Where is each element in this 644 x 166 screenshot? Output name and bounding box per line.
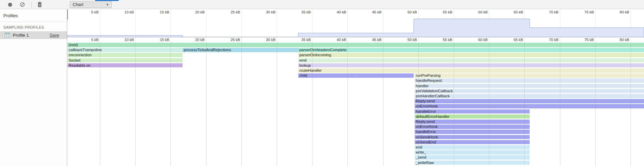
flame-block[interactable]: handleError — [415, 109, 530, 114]
gridline — [241, 42, 242, 166]
tick-label: 50 kB — [398, 38, 417, 42]
gridline — [206, 37, 206, 42]
gridline — [524, 37, 525, 42]
clear-icon[interactable] — [20, 2, 25, 7]
profile-name: Profile 1 — [13, 33, 50, 38]
flame-block[interactable]: emit — [298, 58, 644, 63]
chart-view-select[interactable]: Chart ▼ — [70, 1, 112, 8]
profile-grid-icon — [5, 33, 10, 38]
flame-chart[interactable]: (root)callbackTrampolineprocessTicksAndR… — [67, 42, 644, 166]
gridline — [135, 37, 136, 42]
flame-block[interactable]: parserOnHeadersComplete — [298, 48, 644, 52]
gridline — [489, 37, 489, 42]
flame-block[interactable]: onErrorHook — [415, 104, 644, 108]
gridline — [595, 37, 596, 42]
profiles-header: Profiles — [0, 9, 67, 18]
flame-block[interactable]: _send — [415, 155, 530, 160]
gridline — [312, 42, 312, 166]
flame-block[interactable]: preValidationCallback — [415, 89, 644, 93]
flame-block[interactable]: onSendHook — [415, 135, 530, 139]
flame-block[interactable]: lookup — [298, 63, 644, 68]
flame-block[interactable]: routeHandler — [298, 68, 644, 73]
flame-block[interactable]: Socket — [68, 58, 183, 63]
tick-label: 25 kB — [221, 38, 240, 42]
chart-pane: 5 kB10 kB15 kB20 kB25 kB30 kB35 kB40 kB4… — [67, 9, 644, 166]
gridline — [241, 37, 242, 42]
trash-icon[interactable] — [37, 2, 42, 7]
toolbar-separator — [31, 2, 32, 7]
tick-label: 45 kB — [363, 38, 382, 42]
flame-block[interactable]: (root) — [68, 43, 644, 47]
sidebar-item-profile-1[interactable]: Profile 1 Save — [0, 31, 67, 39]
flame-block[interactable]: onSendEnd — [415, 140, 530, 144]
gridline — [312, 37, 312, 42]
kb-ruler: 5 kB10 kB15 kB20 kB25 kB30 kB35 kB40 kB4… — [67, 37, 644, 42]
tick-label: 60 kB — [469, 38, 488, 42]
tick-label: 55 kB — [433, 38, 452, 42]
chart-view-select-value: Chart — [73, 2, 83, 7]
gridline — [171, 42, 171, 166]
flame-block[interactable]: handleRequest — [415, 78, 644, 83]
overview-area-series — [68, 19, 644, 37]
gridline — [277, 42, 277, 166]
gridline — [489, 42, 489, 166]
record-icon[interactable] — [8, 3, 12, 7]
sidebar: Profiles SAMPLING PROFILES Profile 1 Sav… — [0, 9, 67, 166]
flame-block[interactable]: onErrorHook — [415, 125, 530, 129]
gridline — [524, 42, 525, 166]
gridline — [135, 42, 136, 166]
flame-block[interactable]: parserOnIncoming — [298, 53, 644, 57]
flame-block[interactable]: callbackTrampoline — [68, 48, 183, 52]
gridline — [277, 37, 277, 42]
gridline — [418, 42, 419, 166]
profiler-app: Chart ▼ Profiles SAMPLING PROFILES Profi… — [0, 0, 644, 166]
flame-block[interactable]: Readable.on — [68, 63, 183, 68]
tick-label: 40 kB — [327, 38, 346, 42]
gridline — [171, 37, 171, 42]
tick-label: 65 kB — [504, 38, 523, 42]
tick-label: 70 kB — [540, 38, 559, 42]
sampling-profiles-section-label: SAMPLING PROFILES — [0, 22, 67, 29]
save-profile-link[interactable]: Save — [50, 33, 60, 38]
tick-label: 35 kB — [292, 38, 311, 42]
gridline — [347, 42, 348, 166]
gridline — [206, 42, 206, 166]
toolbar: Chart ▼ — [0, 0, 644, 9]
flame-block[interactable]: handler — [415, 84, 644, 88]
flame-block[interactable]: Reply.send — [415, 99, 644, 103]
gridline — [418, 37, 419, 42]
tick-label: 15 kB — [150, 38, 169, 42]
gridline — [454, 42, 454, 166]
gridline — [631, 37, 631, 42]
gridline — [383, 37, 383, 42]
gridline — [560, 37, 560, 42]
gridline — [595, 42, 596, 166]
gridline — [383, 42, 383, 166]
flame-block[interactable]: runPreParsing — [415, 73, 644, 78]
chevron-down-icon: ▼ — [106, 1, 109, 8]
tick-label: 80 kB — [610, 38, 629, 42]
gridline — [560, 42, 560, 166]
tick-label: 75 kB — [575, 38, 594, 42]
tick-label: 20 kB — [186, 38, 205, 42]
flame-block[interactable]: preHandlerCallback — [415, 94, 644, 98]
memory-overview[interactable]: 5 kB10 kB15 kB20 kB25 kB30 kB35 kB40 kB4… — [67, 9, 644, 37]
flame-block[interactable]: onconnection — [68, 53, 183, 57]
flame-block[interactable]: child — [298, 73, 414, 78]
flame-block[interactable]: end — [415, 145, 530, 150]
flame-block[interactable]: handleError — [415, 130, 530, 134]
gridline — [100, 42, 100, 166]
gridline — [631, 42, 631, 166]
flame-block[interactable]: write_ — [415, 150, 530, 155]
tick-label: 10 kB — [115, 38, 134, 42]
gridline — [347, 37, 348, 42]
flame-block[interactable]: Reply.send — [415, 120, 530, 124]
flame-block[interactable]: processTicksAndRejections — [183, 48, 298, 52]
flame-block[interactable]: _writeRaw — [415, 161, 530, 165]
tick-label: 30 kB — [257, 38, 275, 42]
gridline — [454, 37, 454, 42]
tick-label: 5 kB — [80, 38, 99, 42]
flame-block[interactable]: defaultErrorHandler — [415, 114, 530, 119]
gridline — [100, 37, 100, 42]
